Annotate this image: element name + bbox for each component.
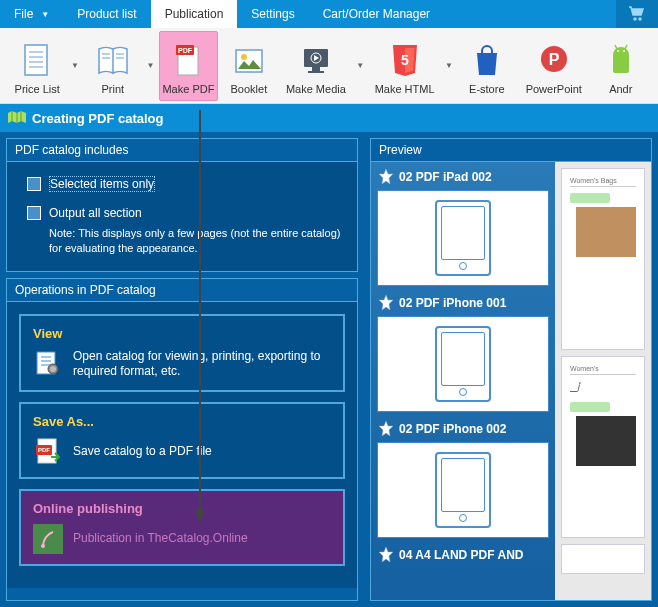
media-icon: [298, 41, 334, 81]
checkbox-selected-items[interactable]: Selected items only: [27, 176, 343, 192]
toolbar-print[interactable]: Print: [84, 31, 142, 101]
catalog-icon: [8, 111, 26, 125]
dropdown-arrow[interactable]: ▼: [68, 31, 81, 101]
toolbar-make-pdf[interactable]: PDFMake PDF: [159, 31, 218, 101]
pdf-icon: PDF: [33, 437, 63, 467]
doc-page: Women's Bags: [561, 168, 645, 350]
preview-thumb: [377, 442, 549, 538]
svg-text:5: 5: [401, 52, 409, 68]
svg-text:PDF: PDF: [38, 447, 50, 453]
doc-page: Women's ڵــ: [561, 356, 645, 538]
op-text: Open catalog for viewing, printing, expo…: [73, 349, 331, 380]
save-operation[interactable]: Save As... PDF Save catalog to a PDF fil…: [19, 402, 345, 479]
op-title: Save As...: [33, 414, 331, 429]
star-icon: [377, 168, 395, 186]
menu-product-list[interactable]: Product list: [63, 0, 150, 28]
doc-lines-icon: [19, 41, 55, 81]
preview-item[interactable]: 02 PDF iPad 002: [377, 168, 549, 286]
star-icon: [377, 420, 395, 438]
doc-label: [570, 193, 610, 203]
preview-thumb: [377, 190, 549, 286]
menu-publication[interactable]: Publication: [151, 0, 238, 28]
star-icon: [377, 546, 395, 564]
svg-point-30: [50, 366, 56, 372]
preview-item-label: 04 A4 LAND PDF AND: [399, 548, 523, 562]
checkbox-label: Output all section: [49, 206, 142, 220]
tool-label: Make Media: [286, 83, 346, 95]
tool-label: E-store: [469, 83, 504, 95]
doc-heading: Women's Bags: [570, 177, 636, 187]
svg-text:P: P: [548, 51, 559, 68]
toolbar-make-html[interactable]: 5Make HTML: [369, 31, 441, 101]
svg-point-13: [241, 54, 247, 60]
toolbar: Price List▼Print▼PDFMake PDFBookletMake …: [0, 28, 658, 104]
pic-icon: [231, 41, 267, 81]
toolbar-booklet[interactable]: Booklet: [220, 31, 278, 101]
svg-point-23: [617, 50, 619, 52]
checkbox-icon: [27, 177, 41, 191]
tool-label: Andr: [609, 83, 632, 95]
ppt-icon: P: [536, 41, 572, 81]
svg-rect-16: [308, 71, 324, 73]
view-icon: [33, 349, 63, 379]
menu-settings[interactable]: Settings: [237, 0, 308, 28]
operations-panel: Operations in PDF catalog View Open cata…: [6, 278, 358, 601]
op-title: View: [33, 326, 331, 341]
dropdown-arrow[interactable]: ▼: [442, 31, 455, 101]
document-preview[interactable]: Women's Bags Women's ڵــ: [555, 162, 651, 600]
preview-item-label: 02 PDF iPhone 001: [399, 296, 506, 310]
chevron-down-icon: ▼: [41, 10, 49, 19]
preview-thumb: [377, 316, 549, 412]
dropdown-arrow[interactable]: ▼: [354, 31, 367, 101]
menu-cart[interactable]: Cart/Order Manager: [309, 0, 444, 28]
includes-panel: PDF catalog includes Selected items only…: [6, 138, 358, 272]
preview-panel: Preview 02 PDF iPad 00202 PDF iPhone 001…: [370, 138, 652, 601]
note-text: Note: This displays only a few pages (no…: [49, 226, 343, 257]
product-image: [576, 416, 636, 466]
tool-label: Print: [101, 83, 124, 95]
page-header: Creating PDF catalog: [0, 104, 658, 132]
svg-line-22: [625, 45, 627, 49]
preview-title: Preview: [371, 139, 651, 162]
script-text: ڵــ: [570, 383, 636, 394]
book-icon: [95, 41, 131, 81]
tool-label: Make PDF: [162, 83, 214, 95]
content: PDF catalog includes Selected items only…: [0, 132, 658, 607]
cart-icon: [628, 6, 646, 22]
bag-icon: [469, 41, 505, 81]
tool-label: Booklet: [231, 83, 268, 95]
svg-rect-0: [25, 45, 47, 75]
toolbar-make-media[interactable]: Make Media: [280, 31, 352, 101]
publish-operation[interactable]: Online publishing Publication in TheCata…: [19, 489, 345, 566]
online-icon: [33, 524, 63, 554]
menu-file[interactable]: File▼: [0, 0, 63, 28]
preview-list[interactable]: 02 PDF iPad 00202 PDF iPhone 00102 PDF i…: [371, 162, 555, 600]
tool-label: Make HTML: [375, 83, 435, 95]
svg-line-21: [615, 45, 617, 49]
cart-button[interactable]: [616, 0, 658, 28]
includes-title: PDF catalog includes: [7, 139, 357, 162]
toolbar-price-list[interactable]: Price List: [8, 31, 66, 101]
tool-label: PowerPoint: [526, 83, 582, 95]
dropdown-arrow[interactable]: ▼: [144, 31, 157, 101]
svg-point-35: [41, 544, 45, 548]
preview-item-label: 02 PDF iPhone 002: [399, 422, 506, 436]
preview-item[interactable]: 02 PDF iPhone 002: [377, 420, 549, 538]
checkbox-label: Selected items only: [49, 176, 155, 192]
toolbar-e-store[interactable]: E-store: [458, 31, 516, 101]
toolbar-powerpoint[interactable]: PPowerPoint: [518, 31, 590, 101]
pdf-icon: PDF: [170, 41, 206, 81]
page-title: Creating PDF catalog: [32, 111, 163, 126]
preview-item[interactable]: 02 PDF iPhone 001: [377, 294, 549, 412]
view-operation[interactable]: View Open catalog for viewing, printing,…: [19, 314, 345, 392]
op-text: Save catalog to a PDF file: [73, 444, 212, 460]
html5-icon: 5: [387, 41, 423, 81]
android-icon: [603, 41, 639, 81]
operations-title: Operations in PDF catalog: [7, 279, 357, 302]
preview-item[interactable]: 04 A4 LAND PDF AND: [377, 546, 549, 564]
svg-text:PDF: PDF: [178, 47, 193, 54]
checkbox-output-all[interactable]: Output all section: [27, 206, 343, 220]
toolbar-andr[interactable]: Andr: [592, 31, 650, 101]
doc-page: [561, 544, 645, 574]
preview-item-label: 02 PDF iPad 002: [399, 170, 492, 184]
